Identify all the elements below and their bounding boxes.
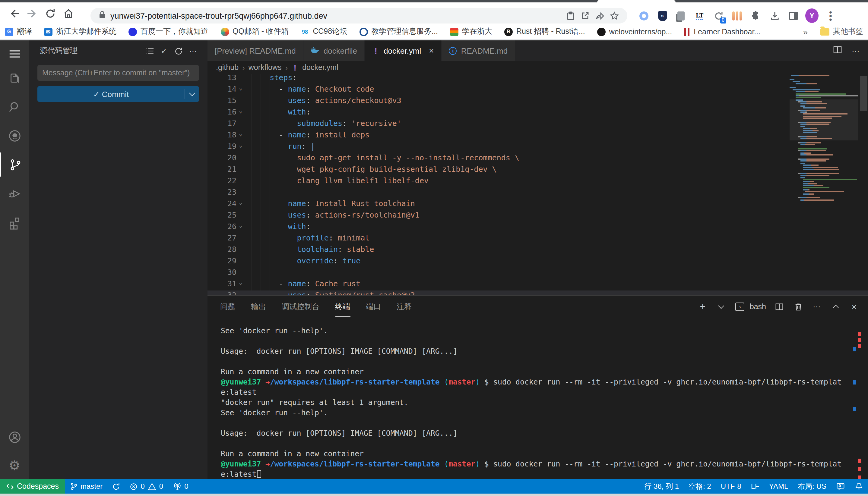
bookmarks-overflow-chevron[interactable]: »	[803, 27, 808, 36]
problems-indicator[interactable]: 0 0	[125, 479, 168, 494]
ports-indicator[interactable]: 0	[168, 479, 193, 494]
editor-tab-bar: [Preview] README.md dockerfile ! docker.…	[208, 41, 868, 61]
extensions-icon[interactable]	[0, 210, 29, 234]
editor-scrollbar[interactable]	[860, 76, 867, 111]
minimap-line	[790, 97, 858, 98]
commit-button[interactable]: ✓ Commit	[38, 86, 199, 102]
ext-shield-icon[interactable]: »	[656, 9, 669, 22]
bookmark-item[interactable]: 学在浙大	[450, 27, 492, 37]
bookmark-item[interactable]: G翻译	[5, 27, 32, 37]
ext-bullets-icon[interactable]	[731, 9, 744, 22]
eol-sequence[interactable]: LF	[746, 479, 764, 494]
code-line: 24⌄ - name: Install Rust toolchain	[208, 199, 868, 210]
breadcrumb[interactable]: .github› workflows› ! docker.yml	[208, 61, 868, 74]
other-bookmarks[interactable]: 其他书签	[820, 27, 863, 37]
tab-docker-yml[interactable]: ! docker.yml ×	[365, 41, 442, 61]
ext-ring-icon[interactable]	[637, 9, 650, 22]
split-editor-icon[interactable]	[833, 45, 842, 56]
terminal-output[interactable]: See 'docker run --help'.Usage: docker ru…	[221, 296, 857, 480]
minimap-line	[790, 200, 858, 201]
minimap-slider[interactable]	[790, 99, 858, 140]
editor-more-icon[interactable]: ···	[852, 46, 859, 55]
remote-indicator[interactable]: Codespaces	[0, 479, 65, 494]
view-as-list-icon[interactable]	[143, 46, 157, 56]
run-debug-icon[interactable]	[0, 182, 29, 205]
ext-pages-icon[interactable]	[674, 9, 688, 22]
minimap-line	[790, 79, 858, 80]
encoding[interactable]: UTF-8	[716, 479, 746, 494]
bookmark-item[interactable]: ✉浙江大学邮件系统	[44, 27, 116, 37]
open-in-new-icon[interactable]	[578, 9, 592, 23]
tab-dockerfile[interactable]: dockerfile	[304, 41, 365, 61]
ext-refresh-icon[interactable]: 0	[712, 9, 725, 22]
fold-chevron-icon[interactable]: ⌄	[239, 222, 242, 229]
ext-languagetool-icon[interactable]: LT	[693, 9, 706, 22]
browser-menu-icon[interactable]: •••	[824, 9, 837, 22]
commit-check-icon[interactable]: ✓	[157, 46, 171, 56]
github-icon[interactable]	[0, 124, 29, 148]
commit-button-label: ✓ Commit	[38, 90, 184, 98]
bookmark-item[interactable]: 98CC98论坛	[301, 27, 347, 37]
profile-avatar[interactable]: Y	[805, 9, 819, 22]
bookmark-item[interactable]: 百度一下，你就知道	[129, 27, 208, 37]
code-editor[interactable]: 13 steps:14⌄ - name: Checkout code15 use…	[208, 74, 868, 295]
bookmark-item[interactable]: weloveinterns/op...	[597, 27, 672, 36]
reload-button[interactable]	[41, 4, 59, 22]
terminal-line: e:latest	[221, 388, 857, 398]
explorer-icon[interactable]	[0, 66, 29, 90]
minimap-line	[790, 150, 858, 152]
address-bar[interactable]: yunwei37-potential-space-trout-rpr5qwj66…	[90, 8, 627, 24]
overview-mark	[858, 338, 861, 342]
home-button[interactable]	[59, 4, 77, 22]
close-tab-icon[interactable]: ×	[429, 46, 434, 56]
fold-chevron-icon[interactable]: ⌄	[239, 130, 242, 137]
fold-chevron-icon[interactable]: ⌄	[239, 107, 242, 114]
source-control-icon[interactable]	[0, 153, 29, 176]
browser-tabstrip	[0, 0, 868, 2]
ext-puzzle-icon[interactable]	[749, 9, 762, 22]
fold-chevron-icon[interactable]: ⌄	[239, 142, 242, 148]
refresh-icon[interactable]	[171, 47, 186, 55]
language-mode[interactable]: YAML	[764, 479, 793, 494]
tab-preview-readme[interactable]: [Preview] README.md	[208, 41, 304, 61]
minimap-line	[790, 177, 858, 178]
keyboard-layout[interactable]: 布局: US	[793, 479, 831, 494]
clipboard-icon[interactable]	[564, 9, 578, 23]
branch-indicator[interactable]: master	[65, 479, 107, 494]
search-icon[interactable]	[0, 95, 29, 119]
menu-icon[interactable]	[0, 42, 29, 66]
bookmark-item[interactable]: Learner Dashboar...	[684, 27, 760, 36]
minimap-line	[790, 153, 858, 154]
account-icon[interactable]	[0, 425, 29, 449]
url-text: yunwei37-potential-space-trout-rpr5qwj66…	[110, 11, 564, 20]
bookmark-item[interactable]: RRust 招聘 - Rust语...	[504, 27, 585, 37]
downloads-icon[interactable]	[768, 9, 781, 22]
indentation[interactable]: 空格: 2	[684, 479, 716, 494]
side-panel-icon[interactable]	[787, 9, 800, 22]
notifications-bell-icon[interactable]	[850, 479, 868, 494]
commit-dropdown[interactable]	[184, 89, 199, 99]
bookmark-item[interactable]: QQ邮箱 - 收件箱	[221, 27, 289, 37]
sync-indicator[interactable]	[107, 479, 125, 494]
minimap-line	[790, 85, 858, 86]
cursor-position[interactable]: 行 36, 列 1	[639, 479, 684, 494]
code-line: 25 uses: actions-rs/toolchain@v1	[208, 210, 868, 222]
commit-message-input[interactable]: Message (Ctrl+Enter to commit on "master…	[38, 65, 199, 81]
fold-chevron-icon[interactable]: ⌄	[239, 199, 242, 205]
fold-chevron-icon[interactable]: ⌄	[239, 84, 242, 91]
ext-badge: 0	[720, 17, 726, 24]
fold-chevron-icon[interactable]: ⌄	[239, 279, 242, 286]
settings-gear-icon[interactable]: ⚙	[0, 454, 29, 478]
more-actions-icon[interactable]: ···	[186, 47, 200, 55]
share-icon[interactable]	[592, 9, 607, 23]
bookmark-item[interactable]: 教学管理信息服务...	[359, 27, 438, 37]
forward-button[interactable]	[23, 4, 41, 22]
tab-readme[interactable]: i README.md	[442, 41, 516, 61]
terminal-line: Usage: docker run [OPTIONS] IMAGE [COMMA…	[221, 347, 857, 357]
line-number: 26	[208, 222, 237, 231]
bookmark-star-icon[interactable]	[607, 9, 621, 23]
feedback-icon[interactable]	[831, 479, 850, 494]
minimap-line	[790, 175, 858, 176]
back-button[interactable]	[5, 4, 23, 22]
code-line: 13 steps:	[208, 74, 868, 84]
